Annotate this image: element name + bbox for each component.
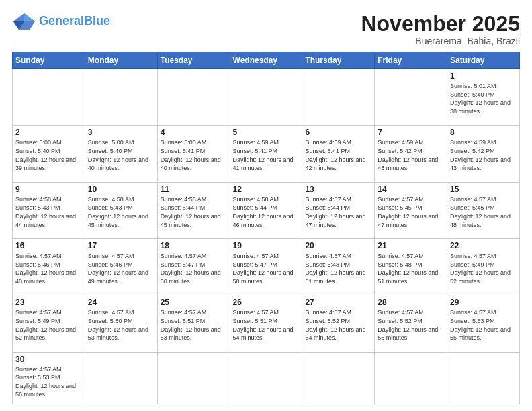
- calendar-cell: [302, 69, 375, 126]
- day-number: 3: [88, 128, 154, 137]
- day-number: 23: [15, 298, 82, 307]
- calendar-week-0: 1Sunrise: 5:01 AM Sunset: 5:40 PM Daylig…: [13, 69, 520, 126]
- calendar-week-4: 23Sunrise: 4:57 AM Sunset: 5:49 PM Dayli…: [13, 295, 520, 352]
- day-info: Sunrise: 4:57 AM Sunset: 5:44 PM Dayligh…: [305, 195, 371, 229]
- calendar-cell: [157, 69, 230, 126]
- day-info: Sunrise: 4:57 AM Sunset: 5:48 PM Dayligh…: [378, 252, 444, 285]
- calendar-cell: [85, 352, 157, 404]
- calendar-week-1: 2Sunrise: 5:00 AM Sunset: 5:40 PM Daylig…: [13, 126, 520, 182]
- day-info: Sunrise: 4:57 AM Sunset: 5:47 PM Dayligh…: [233, 252, 300, 285]
- calendar-cell: 13Sunrise: 4:57 AM Sunset: 5:44 PM Dayli…: [302, 182, 375, 238]
- day-number: 24: [88, 298, 154, 307]
- calendar-cell: 17Sunrise: 4:57 AM Sunset: 5:46 PM Dayli…: [85, 239, 157, 295]
- day-number: 14: [378, 185, 444, 194]
- day-number: 1: [450, 71, 517, 81]
- day-number: 8: [450, 128, 517, 137]
- calendar-cell: [447, 352, 520, 404]
- calendar-cell: 12Sunrise: 4:58 AM Sunset: 5:44 PM Dayli…: [230, 182, 302, 238]
- day-number: 12: [233, 185, 300, 194]
- calendar-cell: 9Sunrise: 4:58 AM Sunset: 5:43 PM Daylig…: [13, 182, 85, 238]
- col-friday: Friday: [375, 52, 447, 69]
- day-info: Sunrise: 4:57 AM Sunset: 5:45 PM Dayligh…: [450, 195, 517, 229]
- calendar-cell: 2Sunrise: 5:00 AM Sunset: 5:40 PM Daylig…: [13, 126, 85, 182]
- svg-marker-1: [24, 13, 35, 21]
- day-info: Sunrise: 4:59 AM Sunset: 5:42 PM Dayligh…: [450, 138, 517, 172]
- day-info: Sunrise: 4:57 AM Sunset: 5:45 PM Dayligh…: [378, 195, 444, 229]
- calendar-cell: 24Sunrise: 4:57 AM Sunset: 5:50 PM Dayli…: [85, 295, 157, 352]
- calendar-cell: 5Sunrise: 4:59 AM Sunset: 5:41 PM Daylig…: [230, 126, 302, 182]
- day-info: Sunrise: 4:57 AM Sunset: 5:53 PM Dayligh…: [450, 308, 517, 342]
- day-number: 9: [15, 185, 82, 194]
- day-number: 10: [88, 185, 154, 194]
- calendar-cell: 29Sunrise: 4:57 AM Sunset: 5:53 PM Dayli…: [447, 295, 520, 352]
- day-number: 27: [305, 298, 371, 307]
- logo-blue: Blue: [84, 14, 110, 28]
- day-number: 22: [450, 241, 517, 250]
- calendar-cell: 20Sunrise: 4:57 AM Sunset: 5:48 PM Dayli…: [302, 239, 375, 295]
- calendar-cell: 11Sunrise: 4:58 AM Sunset: 5:44 PM Dayli…: [157, 182, 230, 238]
- day-number: 16: [15, 241, 82, 250]
- calendar-cell: [375, 69, 447, 126]
- calendar-cell: 15Sunrise: 4:57 AM Sunset: 5:45 PM Dayli…: [447, 182, 520, 238]
- day-info: Sunrise: 4:57 AM Sunset: 5:48 PM Dayligh…: [305, 252, 371, 285]
- calendar-cell: 7Sunrise: 4:59 AM Sunset: 5:42 PM Daylig…: [375, 126, 447, 182]
- col-tuesday: Tuesday: [157, 52, 230, 69]
- calendar-cell: 14Sunrise: 4:57 AM Sunset: 5:45 PM Dayli…: [375, 182, 447, 238]
- calendar-cell: [230, 352, 302, 404]
- calendar-cell: 18Sunrise: 4:57 AM Sunset: 5:47 PM Dayli…: [157, 239, 230, 295]
- calendar-body: 1Sunrise: 5:01 AM Sunset: 5:40 PM Daylig…: [13, 69, 520, 404]
- calendar-cell: [157, 352, 230, 404]
- day-info: Sunrise: 4:57 AM Sunset: 5:53 PM Dayligh…: [15, 365, 82, 399]
- calendar-cell: [13, 69, 85, 126]
- day-number: 13: [305, 185, 371, 194]
- calendar-cell: 28Sunrise: 4:57 AM Sunset: 5:52 PM Dayli…: [375, 295, 447, 352]
- col-monday: Monday: [85, 52, 157, 69]
- day-info: Sunrise: 4:57 AM Sunset: 5:47 PM Dayligh…: [161, 252, 227, 285]
- subtitle: Buerarema, Bahia, Brazil: [361, 36, 520, 46]
- day-number: 19: [233, 241, 300, 250]
- day-info: Sunrise: 5:00 AM Sunset: 5:40 PM Dayligh…: [15, 138, 82, 172]
- calendar-cell: 6Sunrise: 4:59 AM Sunset: 5:41 PM Daylig…: [302, 126, 375, 182]
- day-number: 2: [15, 128, 82, 137]
- calendar-cell: [85, 69, 157, 126]
- day-info: Sunrise: 4:58 AM Sunset: 5:43 PM Dayligh…: [15, 195, 82, 229]
- day-number: 4: [161, 128, 227, 137]
- day-info: Sunrise: 4:57 AM Sunset: 5:52 PM Dayligh…: [378, 308, 444, 342]
- calendar-cell: 26Sunrise: 4:57 AM Sunset: 5:51 PM Dayli…: [230, 295, 302, 352]
- day-info: Sunrise: 4:58 AM Sunset: 5:44 PM Dayligh…: [233, 195, 300, 229]
- day-info: Sunrise: 4:57 AM Sunset: 5:46 PM Dayligh…: [15, 252, 82, 285]
- day-number: 26: [233, 298, 300, 307]
- day-number: 29: [450, 298, 517, 307]
- calendar-cell: 30Sunrise: 4:57 AM Sunset: 5:53 PM Dayli…: [13, 352, 85, 404]
- calendar-cell: 1Sunrise: 5:01 AM Sunset: 5:40 PM Daylig…: [447, 69, 520, 126]
- logo-general: General: [39, 14, 84, 28]
- day-info: Sunrise: 4:57 AM Sunset: 5:50 PM Dayligh…: [88, 308, 154, 342]
- col-sunday: Sunday: [13, 52, 85, 69]
- day-info: Sunrise: 4:59 AM Sunset: 5:41 PM Dayligh…: [233, 138, 300, 172]
- calendar-week-3: 16Sunrise: 4:57 AM Sunset: 5:46 PM Dayli…: [13, 239, 520, 295]
- day-number: 11: [161, 185, 227, 194]
- day-info: Sunrise: 5:01 AM Sunset: 5:40 PM Dayligh…: [450, 82, 517, 116]
- calendar-cell: 22Sunrise: 4:57 AM Sunset: 5:49 PM Dayli…: [447, 239, 520, 295]
- day-info: Sunrise: 4:57 AM Sunset: 5:49 PM Dayligh…: [15, 308, 82, 342]
- day-number: 6: [305, 128, 371, 137]
- day-number: 7: [378, 128, 444, 137]
- title-block: November 2025 Buerarema, Bahia, Brazil: [361, 12, 520, 46]
- day-info: Sunrise: 5:00 AM Sunset: 5:40 PM Dayligh…: [88, 138, 154, 172]
- day-info: Sunrise: 4:58 AM Sunset: 5:44 PM Dayligh…: [161, 195, 227, 229]
- calendar-cell: 4Sunrise: 5:00 AM Sunset: 5:41 PM Daylig…: [157, 126, 230, 182]
- day-info: Sunrise: 4:57 AM Sunset: 5:52 PM Dayligh…: [305, 308, 371, 342]
- day-number: 30: [15, 355, 82, 364]
- calendar-cell: 27Sunrise: 4:57 AM Sunset: 5:52 PM Dayli…: [302, 295, 375, 352]
- calendar-cell: 19Sunrise: 4:57 AM Sunset: 5:47 PM Dayli…: [230, 239, 302, 295]
- main-title: November 2025: [361, 12, 520, 36]
- day-info: Sunrise: 4:57 AM Sunset: 5:51 PM Dayligh…: [233, 308, 300, 342]
- col-saturday: Saturday: [447, 52, 520, 69]
- header: GeneralBlue November 2025 Buerarema, Bah…: [12, 12, 520, 46]
- calendar-cell: 8Sunrise: 4:59 AM Sunset: 5:42 PM Daylig…: [447, 126, 520, 182]
- day-number: 17: [88, 241, 154, 250]
- calendar-cell: [375, 352, 447, 404]
- calendar-week-5: 30Sunrise: 4:57 AM Sunset: 5:53 PM Dayli…: [13, 352, 520, 404]
- day-number: 28: [378, 298, 444, 307]
- logo-icon: [12, 12, 36, 31]
